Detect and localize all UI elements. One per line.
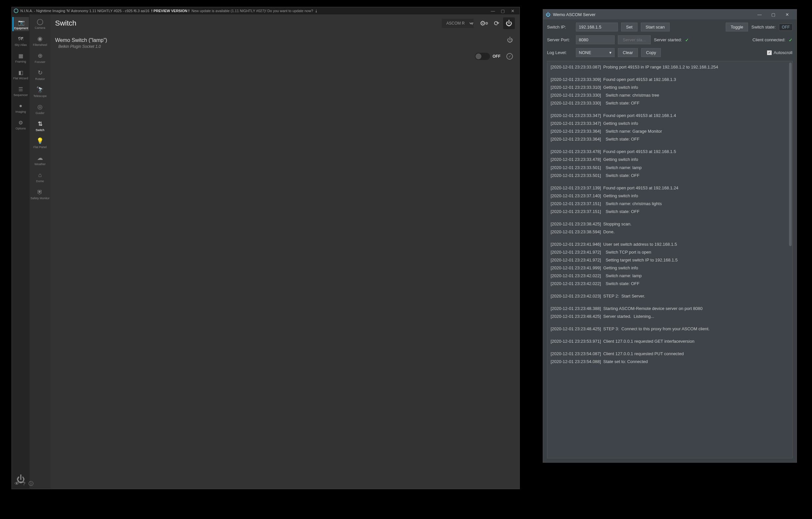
nav-framing[interactable]: ▦Framing: [12, 51, 29, 65]
eq-camera[interactable]: ◯Camera: [30, 16, 50, 31]
eq-switch[interactable]: ⇅Switch: [30, 118, 50, 133]
log-line: [2020-12-01 23:23:33.347] Found open por…: [551, 112, 789, 120]
eq-label: Weather: [30, 162, 50, 166]
log-line: [2020-12-01 23:23:33.364] Switch name: G…: [551, 127, 789, 135]
autoscroll-checkbox[interactable]: ✓ Autoscroll: [767, 50, 793, 55]
atlas-icon: 🗺: [16, 36, 25, 42]
connect-button[interactable]: ⏻: [503, 18, 515, 29]
eq-safety-monitor[interactable]: ⛨Safety Monitor: [30, 186, 50, 201]
switch-panel: Switch ASCOM R ▾ ⚙⚙ ⟳ ⏻ Wemo Switch ("la…: [51, 14, 519, 489]
close-button[interactable]: ✕: [508, 8, 518, 13]
wemo-titlebar[interactable]: ⏻ Wemo ASCOM Server — ▢ ✕: [543, 9, 796, 19]
log-line: [2020-12-01 23:23:33.087] Probing port 4…: [551, 63, 789, 71]
nav-equipment[interactable]: 📷Equipment: [12, 17, 29, 31]
preview-badge: ! PREVIEW VERSION !: [151, 9, 190, 13]
log-line: [2020-12-01 23:23:41.972] Setting target…: [551, 256, 789, 264]
log-group: [2020-12-01 23:23:48.388] Starting ASCOM…: [551, 305, 789, 320]
nav-sequencer[interactable]: ☰Sequencer: [12, 84, 29, 98]
checkbox-icon: ✓: [767, 51, 772, 55]
switch-ip-input[interactable]: [576, 23, 618, 31]
log-line: [2020-12-01 23:23:42.022] Switch name: l…: [551, 272, 789, 280]
nina-title: N.I.N.A. - Nighttime Imaging 'N' Astrono…: [20, 9, 149, 13]
log-line: [2020-12-01 23:23:42.022] Switch state: …: [551, 280, 789, 288]
log-line: [2020-12-01 23:23:41.946] User set switc…: [551, 241, 789, 248]
bulb-icon: 💡: [35, 137, 45, 145]
switch-power-icon[interactable]: ⏻: [507, 37, 513, 43]
clear-button[interactable]: Clear: [618, 48, 638, 57]
maximize-button[interactable]: ▢: [498, 8, 508, 13]
log-group: [2020-12-01 23:23:41.946] User set switc…: [551, 241, 789, 288]
server-start-button[interactable]: Server sta...: [618, 35, 651, 44]
eq-label: Switch: [30, 128, 50, 132]
eq-rotator[interactable]: ↻Rotator: [30, 67, 50, 82]
device-select[interactable]: ASCOM R: [442, 19, 473, 28]
maximize-button[interactable]: ▢: [766, 12, 780, 17]
log-line: [2020-12-01 23:23:33.501] Switch state: …: [551, 172, 789, 180]
log-line: [2020-12-01 23:23:41.972] Switch TCP por…: [551, 248, 789, 256]
eq-flat-panel[interactable]: 💡Flat Panel: [30, 135, 50, 150]
log-line: [2020-12-01 23:23:33.501] Switch name: l…: [551, 164, 789, 172]
eq-label: Focuser: [30, 60, 50, 64]
nav-label: Options: [12, 127, 29, 130]
info-icon[interactable]: ⓘ: [29, 481, 33, 487]
toggle-button[interactable]: Toggle: [726, 23, 748, 31]
set-button[interactable]: Set: [621, 23, 638, 31]
log-panel[interactable]: [2020-12-01 23:23:33.087] Probing port 4…: [547, 61, 793, 458]
close-button[interactable]: ✕: [780, 12, 794, 17]
log-line: [2020-12-01 23:23:54.088] State set to: …: [551, 358, 789, 366]
eye-icon[interactable]: 👁: [14, 481, 19, 487]
refresh-button[interactable]: ⟳: [491, 18, 502, 29]
log-group: [2020-12-01 23:23:33.309] Found open por…: [551, 76, 789, 107]
switch-description: Belkin Plugin Socket 1.0: [55, 43, 515, 52]
nina-logo-icon: [14, 8, 18, 13]
eq-telescope[interactable]: 🔭Telescope: [30, 84, 50, 99]
log-line: [2020-12-01 23:23:48.425] Server started…: [551, 313, 789, 320]
gear-icon: ⚙: [16, 119, 25, 126]
log-line: [2020-12-01 23:23:48.388] Starting ASCOM…: [551, 305, 789, 313]
sequencer-icon: ☰: [16, 86, 25, 92]
start-scan-button[interactable]: Start scan: [641, 23, 670, 31]
apply-button[interactable]: ✓: [506, 53, 513, 60]
eq-label: Rotator: [30, 77, 50, 81]
server-started-check-icon: ✓: [685, 37, 689, 42]
log-line: [2020-12-01 23:23:33.478] Getting switch…: [551, 156, 789, 163]
aperture-icon: ◯: [35, 18, 45, 26]
eq-dome[interactable]: ⌂Dome: [30, 169, 50, 184]
minimize-button[interactable]: —: [753, 12, 766, 17]
log-controls-row: Log Level: NONE▾ Clear Copy ✓ Autoscroll: [547, 48, 793, 57]
download-icon[interactable]: ⭳: [315, 9, 318, 13]
nav-sky-atlas[interactable]: 🗺Sky Atlas: [12, 34, 29, 48]
switch-state-label: Switch state:: [751, 25, 776, 30]
log-level-select[interactable]: NONE▾: [576, 48, 615, 57]
log-line: [2020-12-01 23:23:38.594] Done.: [551, 228, 789, 236]
eq-weather[interactable]: ☁Weather: [30, 152, 50, 167]
eq-guider[interactable]: ◎Guider: [30, 101, 50, 116]
nav-label: Flat Wizard: [12, 77, 29, 80]
panel-header: Switch ASCOM R ▾ ⚙⚙ ⟳ ⏻: [51, 14, 519, 32]
scrollbar[interactable]: [789, 63, 792, 246]
nav-options[interactable]: ⚙Options: [12, 117, 29, 131]
settings-button[interactable]: ⚙⚙: [478, 18, 490, 29]
dome-icon: ⌂: [35, 171, 45, 179]
switch-toggle[interactable]: [475, 53, 490, 60]
eq-label: Camera: [30, 26, 50, 30]
imaging-icon: ●: [16, 102, 25, 109]
server-started-label: Server started:: [654, 37, 682, 42]
minimize-button[interactable]: —: [488, 8, 498, 13]
nav-label: Sequencer: [12, 93, 29, 97]
log-line: [2020-12-01 23:23:33.478] Found open por…: [551, 148, 789, 156]
log-line: [2020-12-01 23:23:53.971] Client 127.0.0…: [551, 337, 789, 345]
log-level-label: Log Level:: [547, 50, 573, 55]
nav-flat-wizard[interactable]: ◧Flat Wizard: [12, 67, 29, 81]
nav-imaging[interactable]: ●Imaging: [12, 100, 29, 115]
eq-focuser[interactable]: ⊕Focuser: [30, 50, 50, 65]
nina-titlebar[interactable]: N.I.N.A. - Nighttime Imaging 'N' Astrono…: [12, 7, 519, 14]
guider-icon: ◎: [35, 103, 45, 111]
server-port-label: Server Port:: [547, 37, 573, 42]
copy-button[interactable]: Copy: [641, 48, 661, 57]
log-line: [2020-12-01 23:23:37.151] Switch name: c…: [551, 200, 789, 208]
update-notice[interactable]: New update is available (1.11 NIGHTLY #0…: [192, 9, 313, 13]
server-port-input[interactable]: [576, 35, 615, 44]
eq-filterwheel[interactable]: ◉Filterwheel: [30, 33, 50, 48]
help-icon[interactable]: ?: [23, 481, 25, 487]
